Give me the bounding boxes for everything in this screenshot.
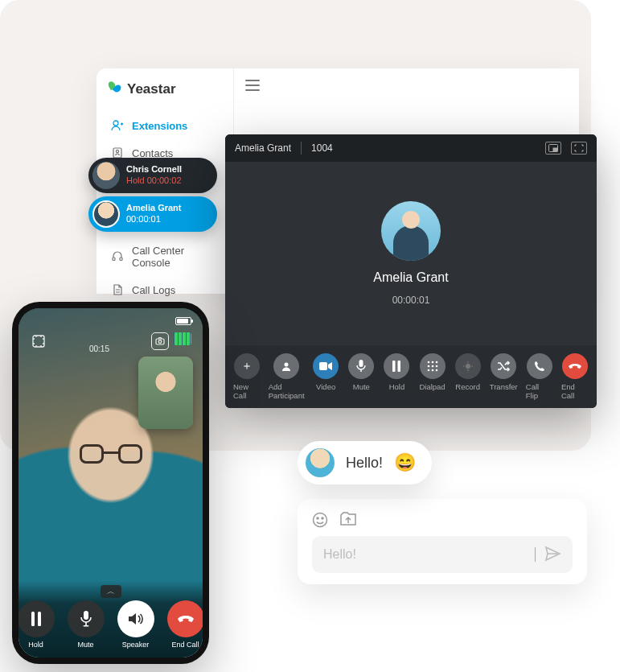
svg-rect-27 <box>38 612 41 626</box>
svg-point-2 <box>116 150 118 152</box>
glasses-overlay <box>80 444 142 464</box>
chat-input-field[interactable] <box>312 536 573 573</box>
chat-message: Hello! 😄 <box>298 441 432 484</box>
svg-point-18 <box>435 365 437 368</box>
svg-rect-29 <box>85 622 87 625</box>
text-cursor <box>535 547 536 562</box>
user-icon <box>111 119 124 132</box>
phone-timer: 00:15 <box>81 344 117 353</box>
shuffle-icon <box>491 353 516 379</box>
pip-button[interactable] <box>545 142 561 155</box>
phone-end-call-button[interactable]: End Call <box>167 600 203 649</box>
hangup-icon <box>167 600 203 637</box>
ctrl-label: End Call <box>561 382 589 400</box>
record-button: Record <box>454 353 482 400</box>
chat-text-input[interactable] <box>323 547 525 562</box>
microphone-icon <box>68 600 105 637</box>
phone-mute-button[interactable]: Mute <box>68 600 105 649</box>
chat-composer <box>298 499 587 584</box>
ctrl-label: Hold <box>28 641 43 649</box>
svg-point-33 <box>322 517 323 519</box>
svg-rect-9 <box>359 360 363 367</box>
ctrl-label: Transfer <box>490 382 518 391</box>
chip-hold-status: Hold 00:00:02 <box>126 175 182 187</box>
phone-controls: ︿ Hold Mute Speaker <box>18 580 203 658</box>
brand-logo: Yeastar <box>106 81 224 97</box>
add-participant-button[interactable]: Add Participant <box>269 353 304 400</box>
video-feed-remote[interactable] <box>138 357 193 429</box>
transfer-button[interactable]: Transfer <box>490 353 518 400</box>
nav-extensions[interactable]: Extensions <box>106 112 224 139</box>
svg-point-17 <box>431 365 433 368</box>
phone-hold-button[interactable]: Hold <box>18 600 55 649</box>
menu-toggle-icon[interactable] <box>245 80 260 91</box>
svg-point-16 <box>427 365 429 368</box>
attachment-icon[interactable] <box>339 512 357 528</box>
person-icon <box>273 353 299 379</box>
nav-call-logs[interactable]: Call Logs <box>106 276 224 303</box>
svg-point-7 <box>285 363 289 367</box>
call-timer: 00:00:01 <box>392 295 430 306</box>
new-call-button: ＋ New Call <box>233 353 261 400</box>
svg-rect-24 <box>156 339 164 344</box>
svg-point-31 <box>314 513 327 527</box>
dialpad-icon <box>420 353 445 379</box>
svg-rect-3 <box>113 258 115 261</box>
chat-message-text: Hello! <box>346 455 383 472</box>
svg-point-0 <box>113 121 118 126</box>
mobile-phone: 11:11 Michael 00:15 <box>12 302 209 664</box>
phone-speaker-button[interactable]: Speaker <box>117 600 154 649</box>
avatar <box>92 200 120 228</box>
call-chip-hold[interactable]: Chris Cornell Hold 00:00:02 <box>88 158 217 193</box>
send-icon[interactable] <box>544 545 561 563</box>
phone-screen: 11:11 Michael 00:15 <box>18 308 203 658</box>
avatar <box>92 162 120 189</box>
svg-point-15 <box>435 361 437 364</box>
mute-button[interactable]: Mute <box>347 353 375 400</box>
hold-button[interactable]: Hold <box>383 353 410 400</box>
nav-label-extensions: Extensions <box>132 120 187 132</box>
svg-point-22 <box>466 364 470 369</box>
chip-caller-name: Chris Cornell <box>126 164 182 175</box>
hangup-icon <box>562 353 588 379</box>
svg-point-19 <box>427 369 429 372</box>
emoji-picker-icon[interactable] <box>312 512 328 528</box>
fullscreen-button[interactable] <box>571 142 587 155</box>
microphone-icon <box>348 353 374 379</box>
call-chip-active[interactable]: Amelia Grant 00:00:01 <box>88 196 217 232</box>
yeastar-logo-icon <box>106 81 122 97</box>
avatar <box>381 201 441 261</box>
call-flip-button[interactable]: Call Flip <box>526 353 553 400</box>
dialpad-button[interactable]: Dialpad <box>418 353 445 400</box>
ctrl-label: Record <box>455 382 480 391</box>
plus-icon: ＋ <box>234 353 260 379</box>
ctrl-label: Dialpad <box>419 382 445 391</box>
ctrl-label: New Call <box>233 382 261 400</box>
camera-switch-icon[interactable] <box>151 332 169 350</box>
phone-flip-icon <box>527 353 552 379</box>
svg-point-21 <box>435 369 437 372</box>
record-icon <box>455 353 481 379</box>
nav-call-center[interactable]: Call Center Console <box>106 237 224 276</box>
call-controls: ＋ New Call Add Participant Video Mute <box>225 345 597 408</box>
svg-rect-8 <box>319 362 327 370</box>
controls-handle[interactable]: ︿ <box>101 585 121 598</box>
ctrl-label: End Call <box>171 641 199 649</box>
video-button[interactable]: Video <box>312 353 339 400</box>
pause-icon <box>18 600 55 637</box>
svg-rect-10 <box>361 369 362 372</box>
signal-strength-icon <box>174 332 191 345</box>
nav-label-call-center: Call Center Console <box>132 245 219 269</box>
call-panel: Amelia Grant 1004 Amelia Grant 00:00:01 … <box>225 134 597 408</box>
ctrl-label: Video <box>316 382 335 391</box>
pause-icon <box>384 353 409 379</box>
svg-rect-4 <box>120 258 122 261</box>
chip-caller-name: Amelia Grant <box>126 203 181 214</box>
svg-rect-6 <box>553 148 557 151</box>
document-icon <box>111 283 124 296</box>
ctrl-label: Mute <box>77 641 93 649</box>
expand-icon[interactable] <box>30 332 47 350</box>
svg-rect-30 <box>83 625 88 627</box>
call-panel-header: Amelia Grant 1004 <box>225 134 597 162</box>
end-call-button[interactable]: End Call <box>561 353 589 400</box>
